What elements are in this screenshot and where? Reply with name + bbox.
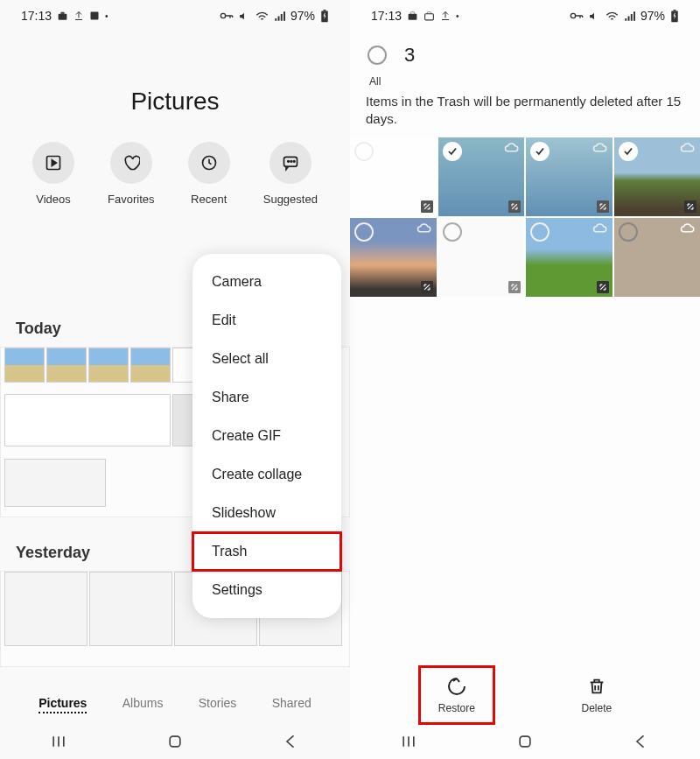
category-label: Favorites xyxy=(108,193,154,206)
screen-trash: 17:13 • 97% 3 All Items in the Trash wil… xyxy=(350,0,700,759)
action-delete[interactable]: Delete xyxy=(564,668,629,722)
signal-icon xyxy=(624,11,635,22)
thumbnail[interactable] xyxy=(438,137,525,216)
selection-header: 3 xyxy=(350,32,700,70)
home-icon[interactable] xyxy=(516,733,534,750)
expand-icon xyxy=(508,200,521,213)
home-icon[interactable] xyxy=(166,733,184,750)
svg-point-9 xyxy=(290,161,292,163)
menu-trash[interactable]: Trash xyxy=(192,532,341,571)
menu-select-all[interactable]: Select all xyxy=(192,340,341,378)
mute-icon xyxy=(589,11,600,22)
category-favorites[interactable]: Favorites xyxy=(108,142,154,206)
svg-rect-12 xyxy=(409,13,417,19)
recents-icon[interactable] xyxy=(400,733,417,750)
android-nav xyxy=(350,724,700,759)
expand-icon xyxy=(684,200,696,213)
briefcase-icon xyxy=(407,11,418,22)
expand-icon xyxy=(421,200,433,213)
select-check[interactable] xyxy=(530,222,550,242)
menu-camera[interactable]: Camera xyxy=(192,263,341,301)
wifi-icon xyxy=(256,11,269,22)
status-time: 17:13 xyxy=(371,9,402,23)
thumbnail[interactable] xyxy=(526,137,612,216)
select-check[interactable] xyxy=(354,142,374,161)
page-title: Pictures xyxy=(0,88,350,116)
briefcase-icon xyxy=(57,11,68,22)
tab-stories[interactable]: Stories xyxy=(199,696,237,713)
menu-create-collage[interactable]: Create collage xyxy=(192,455,341,494)
tab-pictures[interactable]: Pictures xyxy=(38,696,87,713)
status-battery: 97% xyxy=(290,9,315,23)
briefcase-icon xyxy=(424,11,435,22)
thumbnail[interactable] xyxy=(350,218,437,297)
cloud-icon xyxy=(592,222,608,235)
svg-point-8 xyxy=(287,161,289,163)
signal-icon xyxy=(274,11,285,22)
cloud-icon xyxy=(592,142,608,154)
select-check[interactable] xyxy=(530,142,550,161)
action-label: Delete xyxy=(581,702,612,714)
svg-rect-16 xyxy=(674,10,676,11)
svg-rect-11 xyxy=(170,736,180,747)
menu-settings[interactable]: Settings xyxy=(192,571,341,609)
select-check[interactable] xyxy=(443,222,462,242)
status-bar: 17:13 • 97% xyxy=(350,0,700,32)
action-bar: Restore Delete xyxy=(350,668,700,722)
thumbnail[interactable] xyxy=(350,137,437,216)
select-all-toggle[interactable] xyxy=(368,46,387,65)
tab-shared[interactable]: Shared xyxy=(272,696,312,713)
vpn-key-icon xyxy=(570,11,584,21)
clock-icon xyxy=(200,154,218,172)
menu-share[interactable]: Share xyxy=(192,378,341,417)
svg-rect-13 xyxy=(425,13,434,19)
thumbnail[interactable] xyxy=(526,218,612,297)
recents-icon[interactable] xyxy=(50,733,67,750)
action-restore[interactable]: Restore xyxy=(421,668,493,722)
thumbnail[interactable] xyxy=(438,218,525,297)
category-label: Suggested xyxy=(263,193,318,206)
svg-point-14 xyxy=(570,13,575,18)
category-label: Recent xyxy=(191,193,227,206)
menu-slideshow[interactable]: Slideshow xyxy=(192,494,341,532)
category-videos[interactable]: Videos xyxy=(32,142,74,206)
expand-icon xyxy=(421,281,433,293)
overflow-menu: Camera Edit Select all Share Create GIF … xyxy=(192,254,341,618)
select-check[interactable] xyxy=(354,222,374,242)
expand-icon xyxy=(508,281,521,293)
back-icon[interactable] xyxy=(283,733,300,750)
status-battery: 97% xyxy=(640,9,665,23)
cloud-icon xyxy=(680,142,696,154)
chat-icon xyxy=(282,154,299,172)
svg-point-10 xyxy=(293,161,295,163)
expand-icon xyxy=(597,281,609,293)
vpn-key-icon xyxy=(220,11,234,21)
select-check[interactable] xyxy=(619,222,638,242)
back-icon[interactable] xyxy=(633,733,650,750)
image-icon xyxy=(89,11,100,21)
restore-icon xyxy=(446,676,467,697)
trash-message: Items in the Trash will be permanently d… xyxy=(350,88,700,137)
trash-grid xyxy=(350,137,700,297)
select-check[interactable] xyxy=(619,142,638,161)
thumbnail[interactable] xyxy=(614,137,701,216)
status-time: 17:13 xyxy=(21,9,52,23)
select-all-label: All xyxy=(369,75,381,88)
svg-rect-0 xyxy=(59,13,67,19)
tab-albums[interactable]: Albums xyxy=(122,696,164,713)
android-nav xyxy=(0,724,350,759)
bottom-tabs: Pictures Albums Stories Shared xyxy=(0,685,350,724)
category-recent[interactable]: Recent xyxy=(188,142,230,206)
menu-create-gif[interactable]: Create GIF xyxy=(192,417,341,455)
mute-icon xyxy=(239,11,250,22)
selection-count: 3 xyxy=(404,44,415,67)
menu-edit[interactable]: Edit xyxy=(192,301,341,340)
thumbnail[interactable] xyxy=(614,218,701,297)
heart-icon xyxy=(122,154,140,172)
category-suggested[interactable]: Suggested xyxy=(263,142,318,206)
cloud-icon xyxy=(416,222,432,235)
status-bar: 17:13 • 97% xyxy=(0,0,350,32)
category-label: Videos xyxy=(36,193,71,206)
select-check[interactable] xyxy=(443,142,462,161)
upload-icon xyxy=(74,11,84,21)
